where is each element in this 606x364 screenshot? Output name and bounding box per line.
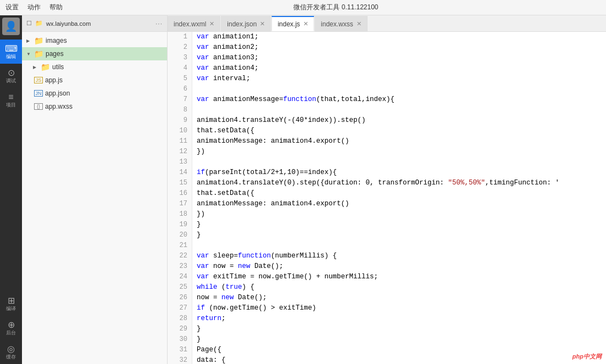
code-line: var animation3; [192,53,606,63]
line-number: 3 [168,53,192,63]
sidebar-icon-debug[interactable]: ⊙ 调试 [0,64,22,88]
code-line [192,157,606,167]
line-number: 6 [168,84,192,94]
folder-icon: 📁 [34,36,43,45]
editor-label: 编辑 [6,54,16,59]
line-number: 29 [168,324,192,334]
line-number: 32 [168,355,192,364]
code-line [192,105,606,115]
folder-icon: 📁 [41,63,50,71]
tab-index-wxml[interactable]: index.wxml ✕ [168,16,220,31]
arrow-icon: ▶ [33,65,38,70]
cache-icon: ◎ [7,345,15,354]
code-line: var animationMessage=function(that,total… [192,94,606,105]
code-line: now = new Date(); [192,293,606,303]
tab-index-js[interactable]: index.js ✕ [271,16,314,31]
code-line: } [192,220,606,230]
tree-item-label: app.json [45,89,70,97]
line-number: 16 [168,188,192,199]
tree-item-images[interactable]: ▶ 📁 images [22,34,167,47]
line-number: 21 [168,240,192,251]
domain-label: wx.laiyunba.com [46,20,152,27]
code-line [192,240,606,251]
editor-icon: ⌨ [5,44,18,53]
line-number: 8 [168,105,192,115]
wxss-file-icon: {} [34,103,43,110]
code-line: animationMessage: animation4.export() [192,199,606,209]
code-line: if (now.getTime() > exitTime) [192,303,606,313]
code-line: while (true) { [192,282,606,293]
line-number: 30 [168,334,192,345]
line-number: 31 [168,345,192,355]
more-options-button[interactable]: ··· [155,20,163,27]
code-line: if(parseInt(total/2+1,10)==index){ [192,167,606,178]
line-number: 19 [168,220,192,230]
code-content[interactable]: var animation1;var animation2;var animat… [192,32,606,364]
avatar: 👤 [2,18,20,35]
tree-item-appjson[interactable]: ▶ JN app.json [22,87,167,100]
compile-label: 编译 [6,306,16,311]
menu-settings[interactable]: 设置 [5,3,19,12]
code-line: }) [192,147,606,157]
code-line: var animation1; [192,32,606,42]
tree-item-appwxss[interactable]: ▶ {} app.wxss [22,100,167,113]
line-number: 1 [168,32,192,42]
code-line: that.setData({ [192,126,606,136]
code-line: data: { [192,355,606,364]
code-line: } [192,334,606,345]
tree-item-pages[interactable]: ▼ 📁 pages [22,47,167,60]
sidebar-icon-backend[interactable]: ⊕ 后台 [0,316,22,340]
code-line: var sleep=function(numberMillis) { [192,251,606,261]
code-line: return; [192,313,606,324]
tab-close-wxss[interactable]: ✕ [357,21,362,27]
debug-label: 调试 [6,79,16,83]
menu-help[interactable]: 帮助 [49,3,63,12]
line-number: 2 [168,42,192,53]
code-line [192,84,606,94]
tab-label: index.wxml [174,20,206,28]
line-number: 5 [168,74,192,84]
line-number: 7 [168,94,192,105]
tab-index-json[interactable]: index.json ✕ [221,16,271,31]
sidebar-icon-project[interactable]: ≡ 项目 [0,88,22,112]
tree-item-utils[interactable]: ▶ 📁 utils [22,60,167,74]
tab-index-wxss[interactable]: index.wxss ✕ [315,16,368,31]
tree-item-label: images [46,37,67,44]
folder-icon: 📁 [34,49,43,58]
folder-nav-icon: 📁 [35,20,43,27]
arrow-icon: ▶ [26,38,32,43]
file-tree-content: ▶ 📁 images ▼ 📁 pages ▶ 📁 utils ▶ JS app.… [22,32,167,364]
editor-area: index.wxml ✕ index.json ✕ index.js ✕ ind… [168,15,606,364]
tabs-bar: index.wxml ✕ index.json ✕ index.js ✕ ind… [168,15,606,32]
code-line: var animation2; [192,42,606,53]
php-badge: php中文网 [572,352,602,361]
line-number: 22 [168,251,192,261]
tree-item-label: app.js [45,76,63,84]
sidebar-icon-compile[interactable]: ⊞ 编译 [0,292,22,316]
app-title: 微信开发者工具 0.11.122100 [71,3,601,12]
backend-label: 后台 [6,331,16,335]
code-editor[interactable]: 1234567891011121314151617181920212223242… [168,32,606,364]
menu-actions[interactable]: 动作 [27,3,41,12]
line-number: 23 [168,261,192,272]
line-number: 17 [168,199,192,209]
project-icon: ≡ [8,93,13,102]
tree-item-label: utils [52,63,64,71]
tab-label: index.js [277,20,300,28]
sidebar-icon-editor[interactable]: ⌨ 编辑 [0,40,22,64]
tree-item-label: app.wxss [45,103,73,110]
tab-close-wxml[interactable]: ✕ [209,21,214,27]
tab-close-js[interactable]: ✕ [303,21,308,27]
sidebar-icon-cache[interactable]: ◎ 缓存 [0,340,22,364]
icon-sidebar: 👤 ⌨ 编辑 ⊙ 调试 ≡ 项目 ⊞ 编译 ⊕ 后台 ◎ 缓存 [0,15,22,364]
tab-close-json[interactable]: ✕ [260,21,265,27]
code-line: var exitTime = now.getTime() + numberMil… [192,272,606,282]
arrow-icon: ▼ [26,52,32,57]
line-number: 11 [168,136,192,147]
code-line: animation4.translateY(0).step({duration:… [192,178,606,188]
tree-item-appjs[interactable]: ▶ JS app.js [22,74,167,87]
code-line: var interval; [192,74,606,84]
line-number: 15 [168,178,192,188]
line-number: 24 [168,272,192,282]
backend-icon: ⊕ [8,321,15,329]
